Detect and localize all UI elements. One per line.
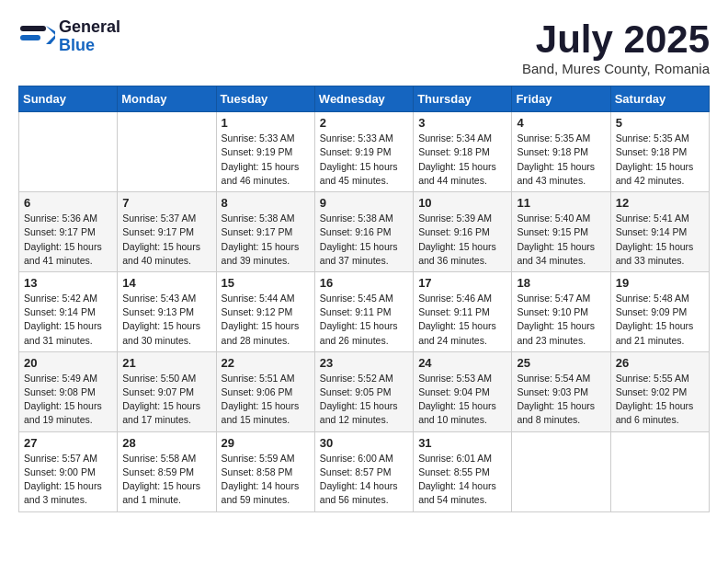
calendar-header-tuesday: Tuesday — [216, 86, 314, 112]
calendar-header-monday: Monday — [118, 86, 216, 112]
calendar-cell — [610, 431, 709, 511]
day-info: Sunrise: 5:51 AM Sunset: 9:06 PM Dayligh… — [222, 372, 310, 428]
day-number: 12 — [616, 196, 704, 210]
day-info: Sunrise: 5:34 AM Sunset: 9:18 PM Dayligh… — [418, 132, 506, 188]
day-info: Sunrise: 5:38 AM Sunset: 9:16 PM Dayligh… — [320, 212, 408, 268]
day-info: Sunrise: 5:33 AM Sunset: 9:19 PM Dayligh… — [320, 132, 408, 188]
calendar-header-wednesday: Wednesday — [314, 86, 413, 112]
day-info: Sunrise: 5:35 AM Sunset: 9:18 PM Dayligh… — [616, 132, 704, 188]
day-number: 15 — [222, 276, 310, 290]
day-number: 4 — [517, 116, 605, 130]
day-number: 27 — [24, 436, 112, 450]
title-area: July 2025 Band, Mures County, Romania — [522, 18, 710, 76]
calendar-cell: 8Sunrise: 5:38 AM Sunset: 9:17 PM Daylig… — [216, 192, 314, 272]
day-info: Sunrise: 6:00 AM Sunset: 8:57 PM Dayligh… — [320, 452, 408, 508]
day-info: Sunrise: 5:48 AM Sunset: 9:09 PM Dayligh… — [616, 292, 704, 348]
calendar-cell: 25Sunrise: 5:54 AM Sunset: 9:03 PM Dayli… — [512, 351, 610, 431]
day-info: Sunrise: 5:55 AM Sunset: 9:02 PM Dayligh… — [616, 372, 704, 428]
day-info: Sunrise: 5:58 AM Sunset: 8:59 PM Dayligh… — [122, 452, 210, 508]
logo-text: General Blue — [59, 18, 120, 55]
calendar-header-thursday: Thursday — [414, 86, 512, 112]
calendar-cell: 29Sunrise: 5:59 AM Sunset: 8:58 PM Dayli… — [216, 431, 314, 511]
day-number: 9 — [320, 196, 408, 210]
calendar-cell: 2Sunrise: 5:33 AM Sunset: 9:19 PM Daylig… — [314, 112, 413, 192]
calendar-cell: 3Sunrise: 5:34 AM Sunset: 9:18 PM Daylig… — [414, 112, 512, 192]
day-info: Sunrise: 5:37 AM Sunset: 9:17 PM Dayligh… — [122, 212, 210, 268]
day-number: 14 — [122, 276, 210, 290]
day-number: 20 — [24, 356, 112, 370]
day-number: 10 — [418, 196, 506, 210]
logo-blue: Blue — [59, 37, 120, 55]
calendar-cell: 24Sunrise: 5:53 AM Sunset: 9:04 PM Dayli… — [414, 351, 512, 431]
day-number: 29 — [222, 436, 310, 450]
calendar-cell: 22Sunrise: 5:51 AM Sunset: 9:06 PM Dayli… — [216, 351, 314, 431]
day-info: Sunrise: 5:52 AM Sunset: 9:05 PM Dayligh… — [320, 372, 408, 428]
calendar-cell: 20Sunrise: 5:49 AM Sunset: 9:08 PM Dayli… — [19, 351, 118, 431]
calendar-cell: 17Sunrise: 5:46 AM Sunset: 9:11 PM Dayli… — [414, 271, 512, 351]
calendar-header-friday: Friday — [512, 86, 610, 112]
calendar-cell: 4Sunrise: 5:35 AM Sunset: 9:18 PM Daylig… — [512, 112, 610, 192]
day-number: 8 — [222, 196, 310, 210]
day-number: 13 — [24, 276, 112, 290]
day-info: Sunrise: 5:59 AM Sunset: 8:58 PM Dayligh… — [222, 452, 310, 508]
day-info: Sunrise: 5:42 AM Sunset: 9:14 PM Dayligh… — [24, 292, 112, 348]
day-info: Sunrise: 5:46 AM Sunset: 9:11 PM Dayligh… — [418, 292, 506, 348]
day-info: Sunrise: 5:44 AM Sunset: 9:12 PM Dayligh… — [222, 292, 310, 348]
day-number: 17 — [418, 276, 506, 290]
day-info: Sunrise: 5:38 AM Sunset: 9:17 PM Dayligh… — [222, 212, 310, 268]
calendar-cell: 31Sunrise: 6:01 AM Sunset: 8:55 PM Dayli… — [414, 431, 512, 511]
day-number: 22 — [222, 356, 310, 370]
logo-icon — [18, 18, 55, 55]
calendar-cell: 11Sunrise: 5:40 AM Sunset: 9:15 PM Dayli… — [512, 192, 610, 272]
calendar-table: SundayMondayTuesdayWednesdayThursdayFrid… — [18, 86, 710, 511]
day-info: Sunrise: 5:43 AM Sunset: 9:13 PM Dayligh… — [122, 292, 210, 348]
day-info: Sunrise: 5:49 AM Sunset: 9:08 PM Dayligh… — [24, 372, 112, 428]
day-number: 1 — [222, 116, 310, 130]
calendar-cell — [118, 112, 216, 192]
month-title: July 2025 — [522, 18, 710, 61]
day-number: 30 — [320, 436, 408, 450]
day-number: 26 — [616, 356, 704, 370]
calendar-cell: 30Sunrise: 6:00 AM Sunset: 8:57 PM Dayli… — [314, 431, 413, 511]
svg-rect-2 — [20, 26, 46, 31]
page-header: General Blue July 2025 Band, Mures Count… — [18, 18, 710, 76]
calendar-cell: 12Sunrise: 5:41 AM Sunset: 9:14 PM Dayli… — [610, 192, 709, 272]
calendar-cell: 18Sunrise: 5:47 AM Sunset: 9:10 PM Dayli… — [512, 271, 610, 351]
svg-rect-3 — [20, 35, 40, 40]
calendar-cell: 19Sunrise: 5:48 AM Sunset: 9:09 PM Dayli… — [610, 271, 709, 351]
calendar-week-row: 20Sunrise: 5:49 AM Sunset: 9:08 PM Dayli… — [19, 351, 710, 431]
day-number: 5 — [616, 116, 704, 130]
calendar-week-row: 6Sunrise: 5:36 AM Sunset: 9:17 PM Daylig… — [19, 192, 710, 272]
calendar-cell: 16Sunrise: 5:45 AM Sunset: 9:11 PM Dayli… — [314, 271, 413, 351]
day-info: Sunrise: 5:40 AM Sunset: 9:15 PM Dayligh… — [517, 212, 605, 268]
logo: General Blue — [18, 18, 120, 55]
day-number: 18 — [517, 276, 605, 290]
day-info: Sunrise: 5:47 AM Sunset: 9:10 PM Dayligh… — [517, 292, 605, 348]
day-info: Sunrise: 5:36 AM Sunset: 9:17 PM Dayligh… — [24, 212, 112, 268]
calendar-cell: 6Sunrise: 5:36 AM Sunset: 9:17 PM Daylig… — [19, 192, 118, 272]
location-subtitle: Band, Mures County, Romania — [522, 61, 710, 76]
calendar-cell: 13Sunrise: 5:42 AM Sunset: 9:14 PM Dayli… — [19, 271, 118, 351]
day-info: Sunrise: 5:41 AM Sunset: 9:14 PM Dayligh… — [616, 212, 704, 268]
day-info: Sunrise: 5:57 AM Sunset: 9:00 PM Dayligh… — [24, 452, 112, 508]
calendar-cell: 10Sunrise: 5:39 AM Sunset: 9:16 PM Dayli… — [414, 192, 512, 272]
day-number: 24 — [418, 356, 506, 370]
calendar-cell: 7Sunrise: 5:37 AM Sunset: 9:17 PM Daylig… — [118, 192, 216, 272]
day-info: Sunrise: 5:50 AM Sunset: 9:07 PM Dayligh… — [122, 372, 210, 428]
day-number: 25 — [517, 356, 605, 370]
day-info: Sunrise: 5:33 AM Sunset: 9:19 PM Dayligh… — [222, 132, 310, 188]
calendar-header-saturday: Saturday — [610, 86, 709, 112]
calendar-cell: 23Sunrise: 5:52 AM Sunset: 9:05 PM Dayli… — [314, 351, 413, 431]
day-info: Sunrise: 6:01 AM Sunset: 8:55 PM Dayligh… — [418, 452, 506, 508]
day-number: 28 — [122, 436, 210, 450]
day-number: 6 — [24, 196, 112, 210]
calendar-header-row: SundayMondayTuesdayWednesdayThursdayFrid… — [19, 86, 710, 112]
calendar-cell: 1Sunrise: 5:33 AM Sunset: 9:19 PM Daylig… — [216, 112, 314, 192]
calendar-week-row: 1Sunrise: 5:33 AM Sunset: 9:19 PM Daylig… — [19, 112, 710, 192]
calendar-cell: 21Sunrise: 5:50 AM Sunset: 9:07 PM Dayli… — [118, 351, 216, 431]
calendar-week-row: 27Sunrise: 5:57 AM Sunset: 9:00 PM Dayli… — [19, 431, 710, 511]
day-info: Sunrise: 5:45 AM Sunset: 9:11 PM Dayligh… — [320, 292, 408, 348]
calendar-cell — [512, 431, 610, 511]
day-info: Sunrise: 5:54 AM Sunset: 9:03 PM Dayligh… — [517, 372, 605, 428]
day-number: 3 — [418, 116, 506, 130]
